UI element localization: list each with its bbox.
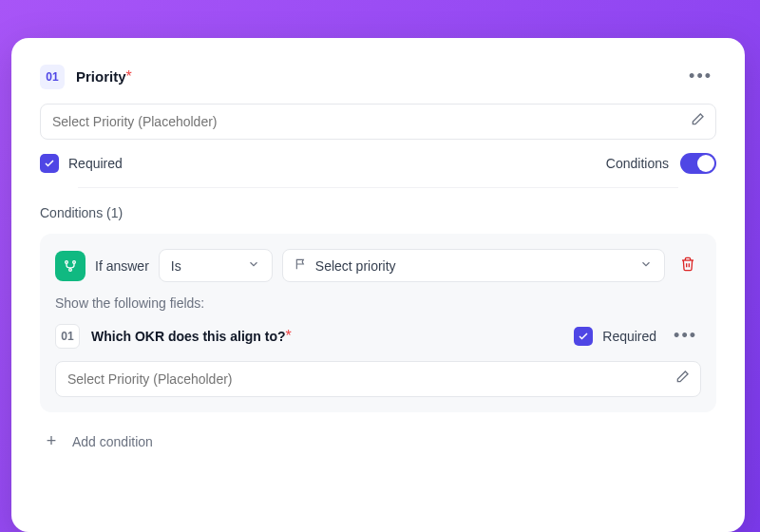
field-header: 01 Priority* •••: [40, 63, 716, 90]
chevron-down-icon: [639, 257, 653, 274]
required-checkbox-row: Required: [40, 154, 123, 173]
required-star: *: [286, 328, 292, 344]
subfield-number-badge: 01: [55, 324, 80, 349]
more-icon[interactable]: •••: [670, 322, 701, 350]
field-title-wrap: Priority*: [76, 68, 132, 86]
required-conditions-row: Required Conditions: [40, 153, 716, 174]
operator-value: Is: [171, 258, 181, 274]
conditions-toggle[interactable]: [680, 153, 716, 174]
subfield-right-controls: Required •••: [574, 322, 701, 350]
subfield-title: Which OKR does this align to?: [91, 329, 286, 344]
svg-point-2: [69, 268, 72, 271]
more-icon[interactable]: •••: [685, 63, 716, 90]
conditions-toggle-row: Conditions: [606, 153, 716, 174]
condition-card: If answer Is Select priority: [40, 234, 716, 412]
field-number-badge: 01: [40, 65, 65, 89]
add-condition-button[interactable]: + Add condition: [40, 426, 716, 457]
subfield-title-wrap: Which OKR does this align to?*: [91, 328, 292, 345]
value-placeholder: Select priority: [315, 258, 396, 274]
divider: [78, 187, 678, 188]
value-select[interactable]: Select priority: [282, 249, 665, 282]
show-fields-label: Show the following fields:: [55, 295, 701, 311]
condition-rule-row: If answer Is Select priority: [55, 249, 701, 282]
required-label: Required: [68, 156, 123, 171]
subfield-placeholder-input[interactable]: [55, 361, 701, 397]
if-answer-label: If answer: [95, 258, 149, 274]
plus-icon: +: [42, 431, 61, 451]
branch-icon: [55, 251, 86, 281]
required-star: *: [126, 68, 132, 85]
conditions-section-title: Conditions (1): [40, 205, 716, 220]
add-condition-label: Add condition: [72, 434, 153, 449]
field-title: Priority: [76, 68, 126, 85]
subfield-required-checkbox[interactable]: [574, 327, 593, 346]
trash-icon[interactable]: [674, 251, 701, 281]
svg-point-0: [66, 260, 68, 263]
chevron-down-icon: [247, 257, 260, 274]
required-checkbox[interactable]: [40, 154, 59, 173]
subfield-required-label: Required: [602, 329, 656, 344]
subfield-header-row: 01 Which OKR does this align to?* Requir…: [55, 322, 701, 350]
flag-icon: [294, 257, 308, 274]
priority-placeholder-input[interactable]: [40, 104, 716, 140]
conditions-label: Conditions: [606, 156, 669, 171]
pencil-icon[interactable]: [674, 370, 690, 389]
form-field-editor-card: 01 Priority* ••• Required Conditions Con…: [11, 38, 745, 532]
operator-select[interactable]: Is: [159, 249, 273, 282]
svg-point-1: [73, 260, 76, 263]
subfield-placeholder-wrap: [55, 361, 701, 397]
placeholder-input-wrap: [40, 104, 716, 140]
pencil-icon[interactable]: [690, 112, 705, 131]
value-select-left: Select priority: [294, 257, 396, 274]
